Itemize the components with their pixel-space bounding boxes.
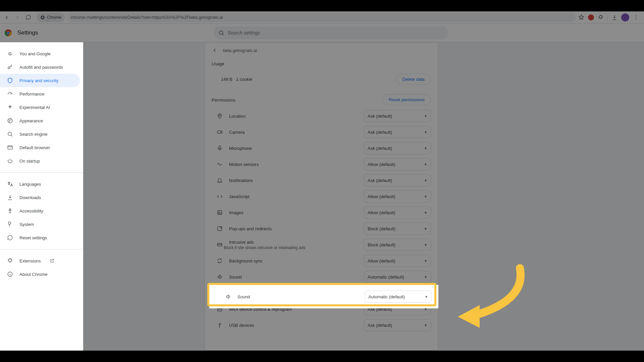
settings-header: Settings xyxy=(0,23,644,42)
back-button[interactable] xyxy=(2,13,11,22)
reset-icon xyxy=(7,235,13,241)
permission-select[interactable]: Ask (default)▼ xyxy=(364,142,431,154)
extensions-icon[interactable] xyxy=(597,13,605,21)
sidebar-item-you-and-google[interactable]: GYou and Google xyxy=(0,47,83,60)
sidebar-item-about-chrome[interactable]: About Chrome xyxy=(0,267,83,281)
sidebar-item-appearance[interactable]: Appearance xyxy=(0,114,83,127)
back-arrow-button[interactable] xyxy=(212,47,218,53)
sidebar-item-label: Search engine xyxy=(19,132,48,137)
permission-row-images: ImagesAllow (default)▼ xyxy=(205,204,438,221)
svg-point-11 xyxy=(9,120,10,120)
permission-row-sound: SoundAutomatic (default)▼ xyxy=(205,269,438,285)
chip-label: Chrome xyxy=(47,15,61,20)
browser-toolbar: Chrome chrome://settings/content/siteDet… xyxy=(0,11,644,23)
sidebar-item-languages[interactable]: Languages xyxy=(0,177,83,191)
sidebar-item-reset-settings[interactable]: Reset settings xyxy=(0,231,83,244)
sync-icon xyxy=(216,258,224,264)
power-icon xyxy=(7,158,13,164)
sidebar-item-search-engine[interactable]: Search engine xyxy=(0,127,83,141)
download-icon xyxy=(7,194,13,200)
sidebar-item-label: Accessibility xyxy=(19,208,43,214)
bell-icon xyxy=(216,177,224,183)
svg-point-8 xyxy=(219,31,223,35)
permissions-section-title: Permissions xyxy=(212,94,242,105)
site-name: beta.getsignals.ai xyxy=(223,48,257,53)
info-icon xyxy=(7,271,13,277)
permission-select[interactable]: Ask (default)▼ xyxy=(364,126,431,138)
permission-select[interactable]: Automatic (default)▼ xyxy=(364,271,431,283)
svg-point-2 xyxy=(636,15,636,16)
sidebar-item-experimental-ai[interactable]: Experimental AI xyxy=(0,101,83,114)
sidebar-item-performance[interactable]: Performance xyxy=(0,87,83,101)
permission-select[interactable]: Allow (default)▼ xyxy=(364,255,431,267)
permission-select[interactable]: Block (default)▼ xyxy=(364,239,431,251)
chevron-down-icon: ▼ xyxy=(424,227,427,231)
svg-point-18 xyxy=(219,115,220,116)
sidebar-item-label: Languages xyxy=(19,182,41,187)
settings-sidebar: GYou and GoogleAutofill and passwordsPri… xyxy=(0,42,83,351)
pin-icon xyxy=(216,113,224,119)
sidebar-item-extensions[interactable]: Extensions xyxy=(0,254,83,267)
system-icon xyxy=(7,221,13,227)
address-bar[interactable]: chrome://settings/content/siteDetails?si… xyxy=(67,13,576,22)
sidebar-item-label: On startup xyxy=(19,159,40,164)
sidebar-item-privacy-and-security[interactable]: Privacy and security xyxy=(0,74,80,87)
svg-point-14 xyxy=(8,132,12,136)
camera-icon xyxy=(216,129,224,135)
bookmark-star-icon[interactable] xyxy=(577,13,585,21)
download-icon[interactable] xyxy=(610,13,619,21)
sidebar-item-on-startup[interactable]: On startup xyxy=(0,154,83,168)
sidebar-item-downloads[interactable]: Downloads xyxy=(0,191,83,204)
sidebar-item-autofill-and-passwords[interactable]: Autofill and passwords xyxy=(0,60,83,74)
permission-select[interactable]: Allow (default)▼ xyxy=(364,190,431,202)
mic-icon xyxy=(216,145,224,151)
sidebar-item-label: Extensions xyxy=(19,258,41,263)
permission-row-motion-sensors: Motion sensorsAllow (default)▼ xyxy=(205,156,438,172)
permission-subtext: Block if site shows intrusive or mislead… xyxy=(224,245,364,250)
permission-select[interactable]: Ask (default)▼ xyxy=(364,110,431,122)
chevron-down-icon: ▼ xyxy=(424,163,427,166)
delete-data-button[interactable]: Delete data xyxy=(396,74,431,85)
sound-label: Sound xyxy=(237,294,365,299)
forward-button[interactable] xyxy=(13,13,22,22)
svg-point-1 xyxy=(42,16,44,18)
chevron-down-icon: ▼ xyxy=(424,195,427,198)
search-icon xyxy=(7,131,13,137)
profile-avatar[interactable] xyxy=(621,13,629,21)
usage-section-title: Usage xyxy=(205,58,438,69)
permission-select[interactable]: Allow (default)▼ xyxy=(364,206,431,219)
usb-icon xyxy=(216,322,224,328)
sound-select[interactable]: Automatic (default) ▼ xyxy=(365,291,432,303)
kebab-menu-icon[interactable] xyxy=(632,13,640,21)
permission-label: Background sync xyxy=(229,258,364,263)
permission-row-location: LocationAsk (default)▼ xyxy=(205,108,438,124)
reload-button[interactable] xyxy=(23,13,33,22)
chevron-down-icon: ▼ xyxy=(424,323,427,327)
sidebar-item-system[interactable]: System xyxy=(0,218,83,231)
sidebar-item-accessibility[interactable]: Accessibility xyxy=(0,204,83,218)
svg-point-3 xyxy=(636,17,636,17)
site-chip[interactable]: Chrome xyxy=(37,13,65,22)
permission-select[interactable]: Ask (default)▼ xyxy=(364,319,431,331)
sound-icon xyxy=(224,294,232,300)
permission-select[interactable]: Ask (default)▼ xyxy=(364,174,431,186)
search-box[interactable] xyxy=(214,26,448,39)
permission-label: Images xyxy=(229,210,364,215)
permission-row-javascript: JavaScriptAllow (default)▼ xyxy=(205,188,438,204)
extension-badge-icon[interactable] xyxy=(588,14,594,20)
permission-row-intrusive-ads: Intrusive adsBlock if site shows intrusi… xyxy=(205,237,438,253)
sidebar-item-default-browser[interactable]: Default browser xyxy=(0,141,83,154)
ads-icon xyxy=(216,242,224,248)
annotation-arrow xyxy=(443,261,530,328)
svg-point-7 xyxy=(7,32,9,34)
motion-icon xyxy=(216,161,224,167)
reset-permissions-button[interactable]: Reset permissions xyxy=(382,94,431,105)
sidebar-item-label: System xyxy=(19,222,34,227)
svg-rect-19 xyxy=(217,131,221,133)
chrome-icon xyxy=(40,15,45,20)
permission-select[interactable]: Allow (default)▼ xyxy=(364,158,431,170)
palette-icon xyxy=(7,118,13,124)
search-input[interactable] xyxy=(228,30,444,36)
permission-select[interactable]: Block (default)▼ xyxy=(364,223,431,235)
chevron-down-icon: ▼ xyxy=(424,211,427,215)
